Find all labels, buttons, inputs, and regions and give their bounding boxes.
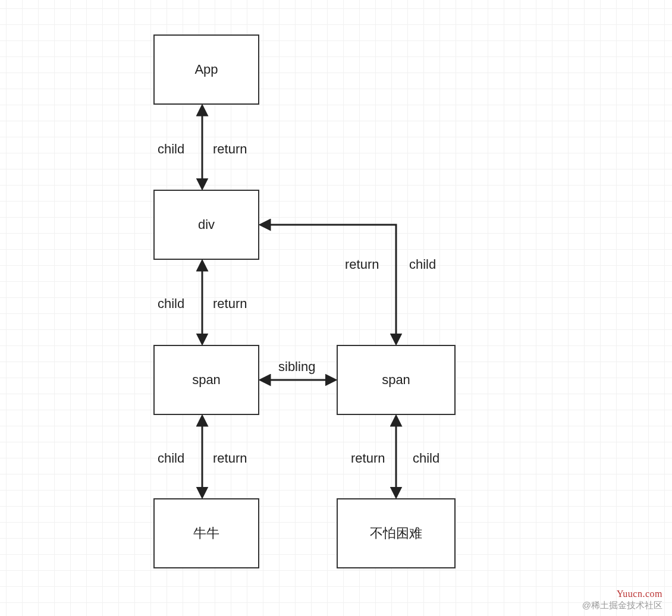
- label-div-span1-child: child: [158, 296, 184, 312]
- node-leaf-left: 牛牛: [153, 498, 259, 568]
- label-span2-leaf2-return: return: [351, 451, 385, 466]
- label-div-span2-return: return: [345, 257, 379, 272]
- label-app-div-return: return: [213, 142, 247, 157]
- node-leaf-right-label: 不怕困难: [370, 524, 422, 542]
- label-span2-leaf2-child: child: [413, 451, 439, 466]
- node-app-label: App: [194, 62, 218, 77]
- node-span-right: span: [337, 345, 456, 415]
- node-span-right-label: span: [382, 372, 410, 388]
- node-span-left-label: span: [192, 372, 221, 388]
- watermark-community: @稀土掘金技术社区: [582, 600, 662, 611]
- label-sibling: sibling: [278, 359, 315, 375]
- node-leaf-left-label: 牛牛: [193, 524, 219, 542]
- label-div-span1-return: return: [213, 296, 247, 312]
- label-span1-leaf1-child: child: [158, 451, 184, 466]
- label-span1-leaf1-return: return: [213, 451, 247, 466]
- label-app-div-child: child: [158, 142, 184, 157]
- label-div-span2-child: child: [409, 257, 436, 272]
- node-app: App: [153, 34, 259, 105]
- watermark-url: Yuucn.com: [617, 589, 662, 599]
- node-leaf-right: 不怕困难: [337, 498, 456, 568]
- node-span-left: span: [153, 345, 259, 415]
- node-div-label: div: [198, 217, 215, 232]
- node-div: div: [153, 190, 259, 260]
- diagram-canvas: App div span span 牛牛 不怕困难 child return c…: [0, 0, 672, 616]
- arrows-svg: [0, 0, 672, 616]
